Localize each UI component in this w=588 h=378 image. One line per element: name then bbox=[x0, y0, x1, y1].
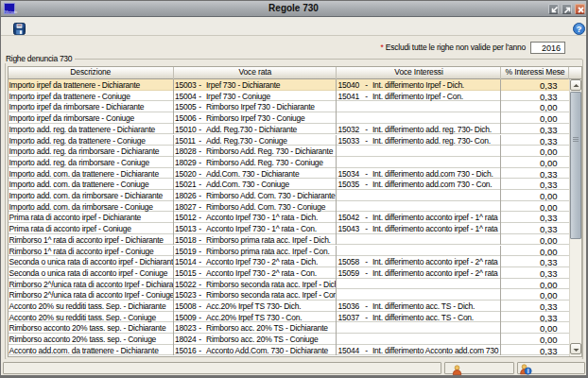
svg-text:i: i bbox=[527, 368, 529, 374]
svg-text:?: ? bbox=[577, 25, 582, 34]
